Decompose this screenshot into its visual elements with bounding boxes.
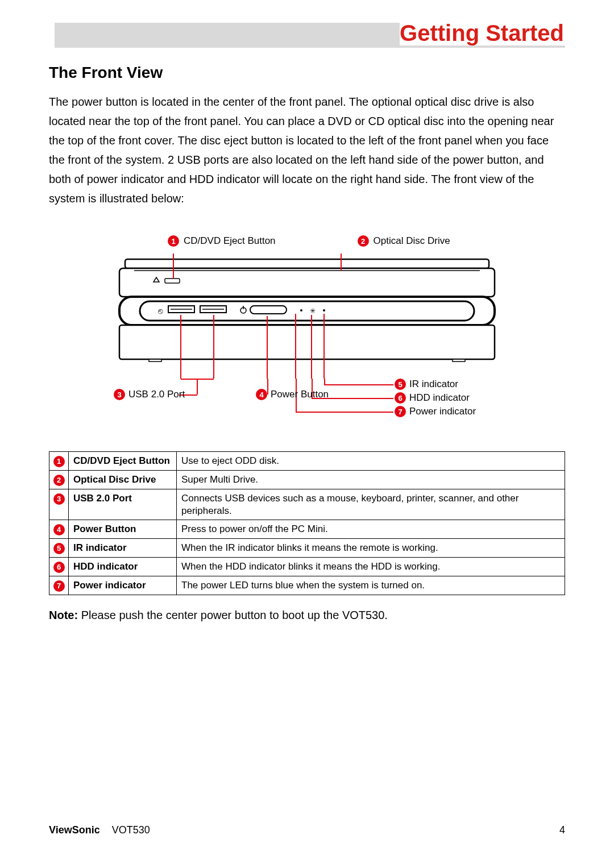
row-desc: Use to eject ODD disk. [177, 452, 565, 471]
svg-rect-19 [149, 359, 161, 362]
svg-text:✳: ✳ [310, 307, 316, 315]
callout-label-4: Power Button [271, 389, 329, 400]
footer-brand: ViewSonic [49, 824, 100, 836]
row-badge: 4 [53, 524, 65, 535]
row-feature: Optical Disc Drive [69, 471, 177, 489]
table-row: 2 Optical Disc Drive Super Multi Drive. [49, 471, 565, 489]
note-line: Note: Please push the center power butto… [49, 609, 565, 622]
row-desc: When the HDD indicator blinks it means t… [177, 558, 565, 576]
callout-badge-2: 2 [358, 235, 369, 247]
row-feature: Power indicator [69, 576, 177, 595]
section-title: The Front View [49, 64, 565, 82]
table-row: 7 Power indicator The power LED turns bl… [49, 576, 565, 595]
device-illustration: ⎋ ✳ [114, 254, 500, 379]
note-text: Please push the center power button to b… [78, 609, 388, 621]
page-number: 4 [559, 824, 565, 836]
svg-rect-20 [453, 359, 465, 362]
svg-text:⎋: ⎋ [158, 306, 163, 315]
callout-label-6: HDD indicator [409, 392, 470, 404]
row-feature: CD/DVD Eject Button [69, 452, 177, 471]
callout-label-3: USB 2.0 Port [128, 389, 185, 400]
svg-rect-1 [119, 268, 495, 297]
row-badge: 2 [53, 475, 65, 486]
table-row: 1 CD/DVD Eject Button Use to eject ODD d… [49, 452, 565, 471]
callout-badge-7: 7 [395, 406, 406, 417]
row-badge: 7 [53, 580, 65, 592]
manual-page: Getting Started The Front View The power… [0, 0, 614, 868]
svg-point-17 [323, 309, 325, 312]
table-row: 4 Power Button Press to power on/off the… [49, 520, 565, 538]
row-badge: 6 [53, 562, 65, 573]
header-bar: Getting Started [49, 23, 565, 48]
row-badge: 3 [53, 493, 65, 505]
callout-label-1: CD/DVD Eject Button [184, 235, 276, 247]
row-desc: Super Multi Drive. [177, 471, 565, 489]
row-desc: Press to power on/off the PC Mini. [177, 520, 565, 538]
row-feature: Power Button [69, 520, 177, 538]
svg-rect-18 [119, 325, 495, 359]
svg-rect-0 [125, 259, 489, 268]
callout-badge-4: 4 [256, 389, 267, 400]
callout-label-7: Power indicator [409, 406, 476, 417]
header-title: Getting Started [400, 20, 565, 45]
svg-rect-6 [140, 301, 474, 321]
callout-badge-1: 1 [168, 235, 179, 247]
callout-label-5: IR indicator [409, 379, 458, 390]
callout-badge-3: 3 [114, 389, 125, 400]
row-badge: 1 [53, 456, 65, 467]
row-desc: When the IR indicator blinks it means th… [177, 538, 565, 557]
row-desc: Connects USB devices such as a mouse, ke… [177, 489, 565, 520]
callout-badge-6: 6 [395, 392, 406, 404]
row-feature: HDD indicator [69, 558, 177, 576]
table-row: 3 USB 2.0 Port Connects USB devices such… [49, 489, 565, 520]
note-label: Note: [49, 609, 78, 621]
callouts-top-row: 1 CD/DVD Eject Button 2 Optical Disc Dri… [114, 235, 500, 247]
body-paragraph: The power button is located in the cente… [49, 92, 565, 208]
feature-table: 1 CD/DVD Eject Button Use to eject ODD d… [49, 451, 565, 595]
svg-point-15 [300, 309, 302, 312]
row-feature: IR indicator [69, 538, 177, 557]
page-footer: ViewSonic VOT530 4 [49, 824, 565, 836]
footer-model: VOT530 [112, 824, 150, 836]
row-desc: The power LED turns blue when the system… [177, 576, 565, 595]
row-feature: USB 2.0 Port [69, 489, 177, 520]
row-badge: 5 [53, 543, 65, 554]
callout-label-2: Optical Disc Drive [374, 235, 450, 247]
front-view-diagram: 1 CD/DVD Eject Button 2 Optical Disc Dri… [114, 235, 500, 424]
table-row: 6 HDD indicator When the HDD indicator b… [49, 558, 565, 576]
callout-badge-5: 5 [395, 379, 406, 390]
callouts-bottom: 3 USB 2.0 Port 4 Power Button 5 IR indic… [114, 379, 500, 424]
table-row: 5 IR indicator When the IR indicator bli… [49, 538, 565, 557]
